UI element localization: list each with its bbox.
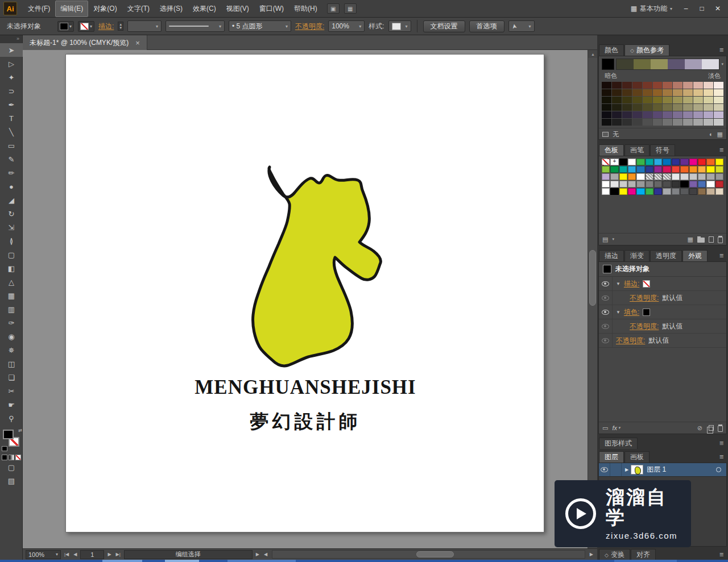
color-guide-swatch[interactable] [643,97,652,103]
menu-item-效果(C)[interactable]: 效果(C) [188,1,221,17]
color-guide-swatch[interactable] [602,111,611,118]
edit-colors-icon[interactable]: ◐ [709,131,713,138]
symbol-sprayer-tool[interactable]: ✵ [0,343,23,357]
tab-描边[interactable]: 描边 [599,250,624,261]
swatch[interactable] [698,181,706,188]
swatch[interactable] [698,159,706,165]
swatch[interactable] [706,181,714,188]
vertical-scrollbar[interactable]: ▲ ▼ [588,50,597,548]
eyedropper-tool[interactable]: ✑ [0,316,23,330]
swatch[interactable] [680,166,688,173]
swatch[interactable] [602,188,610,195]
swatch[interactable] [602,173,610,180]
color-guide-swatch[interactable] [643,119,652,126]
arrange-documents-icon[interactable]: ▦ [344,3,357,14]
swatch[interactable] [689,166,697,173]
document-tab[interactable]: 未标题-1* @ 100% (CMYK/预览) × [23,35,147,50]
panel-menu-icon[interactable]: ≣ [717,147,727,153]
color-guide-swatch[interactable] [632,119,642,126]
color-guide-swatch[interactable] [704,97,713,103]
swatch[interactable] [628,188,636,195]
swatch[interactable] [654,173,662,180]
swatch[interactable] [610,188,618,195]
tab-变换[interactable]: ◇变换 [599,549,630,560]
tab-符号[interactable]: 符号 [650,144,675,156]
tab-对齐[interactable]: 对齐 [631,549,656,560]
color-guide-swatch[interactable] [612,97,622,103]
artboard-tool[interactable]: ❏ [0,370,23,384]
swatch[interactable] [698,166,706,173]
expand-arrow-icon[interactable]: ▼ [616,310,621,315]
swatch[interactable] [636,181,644,188]
color-guide-swatch[interactable] [602,104,611,111]
color-guide-swatch[interactable] [632,89,642,96]
swatch[interactable] [602,181,610,188]
color-guide-swatch[interactable] [663,111,672,118]
color-guide-swatch[interactable] [693,119,703,126]
magic-wand-tool[interactable]: ✦ [0,70,23,84]
hand-tool[interactable]: ☛ [0,398,23,411]
swatch[interactable] [698,188,706,195]
swatch[interactable] [663,188,671,195]
appearance-attr-label[interactable]: 描边: [624,279,639,289]
status-tool-box[interactable]: 编组选择 [124,550,253,559]
color-guide-swatch[interactable] [622,97,632,103]
color-guide-swatch[interactable] [714,97,723,103]
stroke-color-control[interactable]: ▾ [78,21,94,32]
launch-bridge-icon[interactable]: ▣ [327,3,340,14]
selection-tool[interactable]: ➤ [0,43,23,57]
swatch[interactable] [646,159,653,165]
appearance-attr-label[interactable]: 不透明度: [630,322,659,331]
color-guide-swatch[interactable] [673,82,682,89]
last-page-icon[interactable]: ▶| [115,552,122,557]
gradient-button[interactable] [9,455,14,460]
blend-tool[interactable]: ◉ [0,330,23,343]
default-fill-stroke-icon[interactable] [2,446,7,451]
base-color-swatch[interactable] [602,59,614,70]
color-guide-swatch[interactable] [663,82,672,89]
gradient-tool[interactable]: ▥ [0,302,23,316]
stroke-weight-dropdown[interactable]: ▾ [127,20,162,32]
appearance-attr-label[interactable]: 不透明度: [616,336,645,345]
delete-swatch-icon[interactable] [718,237,723,243]
color-guide-swatch[interactable] [643,111,652,118]
color-guide-swatch[interactable] [632,82,642,89]
color-guide-swatch[interactable] [622,82,632,89]
new-swatch-icon[interactable] [709,236,714,243]
swatch[interactable] [689,159,697,165]
swatch[interactable] [636,166,644,173]
color-guide-swatch[interactable] [612,111,622,118]
paintbrush-tool[interactable]: ✎ [0,152,23,166]
menu-item-对象(O)[interactable]: 对象(O) [88,1,122,17]
scroll-right-icon[interactable]: ▶ [589,552,594,557]
appearance-row[interactable]: 不透明度:默认值 [599,334,726,348]
color-guide-swatch[interactable] [693,104,703,111]
preferences-button[interactable]: 首选项 [469,20,504,32]
appearance-row[interactable]: 不透明度:默认值 [599,319,726,334]
layer-lock-cell[interactable] [610,463,622,476]
harmony-swatch[interactable] [634,59,651,69]
color-guide-swatch[interactable] [632,104,642,111]
add-stroke-icon[interactable]: ▭ [602,424,608,432]
status-expand-icon[interactable]: ▶ [255,552,260,557]
swatch[interactable] [619,159,627,165]
perspective-grid-tool[interactable]: △ [0,275,23,289]
swatch[interactable] [628,166,636,173]
swatch[interactable] [672,166,680,173]
fill-color-control[interactable]: ▾ [57,21,74,32]
color-guide-swatch[interactable] [673,119,682,126]
horizontal-scrollbar[interactable] [272,550,585,559]
visibility-toggle[interactable] [599,334,613,347]
color-guide-swatch[interactable] [714,82,723,89]
panel-menu-icon[interactable]: ≣ [717,47,727,53]
layer-expand-icon[interactable]: ▶ [625,467,628,472]
swatch[interactable] [610,166,618,173]
color-guide-swatch[interactable] [704,111,713,118]
width-tool[interactable]: ≬ [0,234,23,248]
style-dropdown[interactable]: ▾ [388,20,411,32]
swatch[interactable] [646,188,653,195]
visibility-toggle[interactable] [599,277,613,290]
color-guide-swatch[interactable] [653,119,663,126]
lasso-tool[interactable]: ⊃ [0,84,23,98]
add-effect-icon[interactable]: fx▾ [612,424,620,431]
